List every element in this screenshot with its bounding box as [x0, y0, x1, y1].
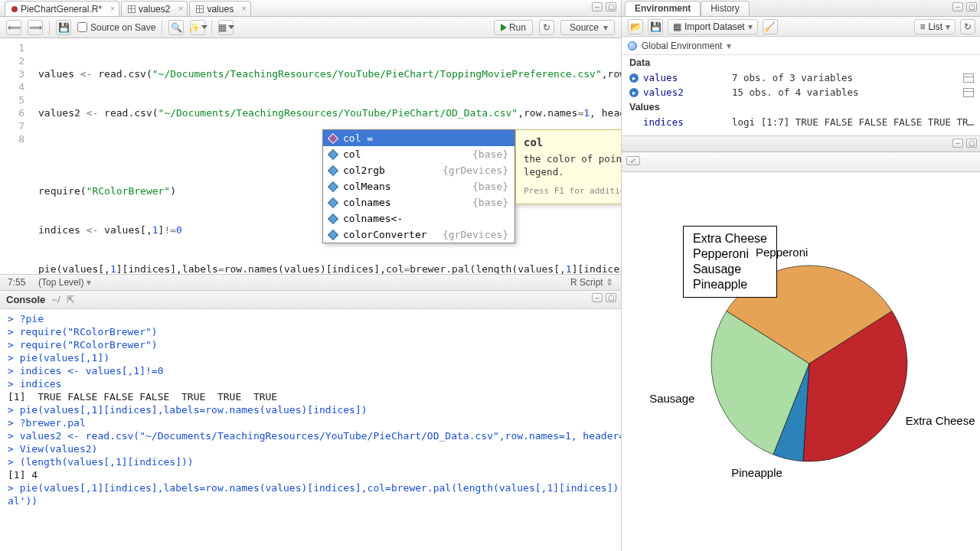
function-icon [328, 181, 338, 191]
help-title: col [524, 136, 621, 149]
run-icon [501, 24, 507, 31]
slice-label: Sausage [649, 392, 694, 405]
function-icon [328, 165, 338, 175]
console-header: Console ~/ ⇱ – ▢ [0, 291, 621, 309]
zoom-button[interactable]: ⤢ [626, 156, 640, 165]
autocomplete-item[interactable]: colMeans{base} [323, 178, 514, 194]
expand-icon[interactable]: ▸ [629, 73, 639, 83]
wand-button[interactable]: ✨ [190, 20, 205, 35]
autocomplete-item[interactable]: colnames{base} [323, 194, 514, 210]
table-icon [128, 5, 136, 13]
popout-icon[interactable]: ⇱ [67, 294, 75, 305]
source-on-save-checkbox[interactable]: Source on Save [77, 22, 155, 33]
env-scope-selector[interactable]: Global Environment ▾ [622, 37, 980, 55]
list-view-toggle[interactable]: ≡List▾ [914, 19, 956, 34]
close-icon[interactable]: × [110, 4, 115, 13]
autocomplete-help: col the color of points or lines appeari… [515, 129, 621, 204]
help-hint: Press F1 for additional help [524, 184, 621, 197]
save-env-button[interactable]: 💾 [648, 19, 663, 34]
env-row[interactable]: indices logi [1:7] TRUE FALSE FALSE FALS… [622, 115, 980, 129]
find-button[interactable]: 🔍 [168, 20, 184, 35]
autocomplete-popup[interactable]: col = col{base} col2rgb{grDevices} colMe… [322, 129, 515, 243]
plots-toolbar: ⤢ [622, 152, 980, 172]
close-icon[interactable]: × [178, 4, 183, 13]
plots-tabstrip: –▢ [622, 135, 980, 152]
rerun-button[interactable]: ↻ [539, 20, 554, 35]
view-table-icon[interactable] [963, 88, 974, 97]
scope-indicator[interactable]: (Top Level) [38, 277, 83, 288]
param-icon [328, 132, 338, 143]
environment-panel: Data ▸ values 7 obs. of 3 variables ▸ va… [622, 55, 980, 129]
maximize-pane-icon[interactable]: ▢ [606, 293, 616, 302]
plot-legend: Extra Cheese Pepperoni Sausage Pineapple [683, 226, 777, 298]
open-button[interactable]: 📂 [628, 19, 643, 34]
minimize-pane-icon[interactable]: – [952, 139, 963, 148]
tab-label: PieChartGeneral.R* [21, 4, 102, 15]
autocomplete-item[interactable]: colnames<- [323, 210, 514, 227]
editor-toolbar: ⟸ ⟹ 💾 Source on Save 🔍 ✨ ▦ Run ↻ Source [0, 17, 621, 38]
tab-piechart-script[interactable]: PieChartGeneral.R* × [5, 1, 119, 16]
maximize-pane-icon[interactable]: ▢ [966, 2, 977, 11]
env-toolbar: 📂 💾 ▦ Import Dataset ▾ 🧹 ≡List▾ ↻ [622, 17, 980, 37]
console-title: Console [6, 294, 45, 305]
function-icon [328, 229, 338, 240]
env-tabstrip: Environment History –▢ [622, 0, 980, 17]
minimize-pane-icon[interactable]: – [952, 2, 963, 11]
globe-icon [628, 41, 637, 51]
maximize-pane-icon[interactable]: ▢ [966, 139, 977, 148]
function-icon [328, 197, 338, 207]
close-icon[interactable]: × [242, 4, 247, 13]
autocomplete-item[interactable]: col2rgb{grDevices} [323, 162, 514, 178]
console-output[interactable]: > ?pie > require("RColorBrewer") > requi… [0, 309, 621, 551]
autocomplete-item[interactable]: col = [323, 130, 514, 146]
autocomplete-item[interactable]: colorConverter{grDevices} [323, 227, 514, 243]
run-button[interactable]: Run [494, 20, 533, 35]
minimize-pane-icon[interactable]: – [592, 2, 603, 11]
editor-statusbar: 7:55 (Top Level) ▾ R Script ⇕ [0, 274, 621, 291]
tab-history[interactable]: History [701, 1, 749, 16]
env-row[interactable]: ▸ values 7 obs. of 3 variables [622, 70, 980, 85]
source-button[interactable]: Source ▾ [560, 20, 615, 35]
function-icon [328, 148, 338, 159]
refresh-button[interactable]: ↻ [960, 19, 975, 34]
import-icon: ▦ [673, 21, 681, 32]
function-icon [328, 213, 338, 223]
line-gutter: 12345678 [0, 38, 31, 145]
slice-label: Extra Cheese [906, 414, 975, 427]
import-dataset-button[interactable]: ▦ Import Dataset ▾ [668, 19, 758, 34]
tab-values[interactable]: values × [189, 1, 251, 16]
forward-button[interactable]: ⟹ [28, 20, 43, 35]
clear-env-button[interactable]: 🧹 [763, 19, 778, 34]
slice-label: Pepperoni [756, 246, 808, 259]
table-icon [196, 5, 204, 13]
notebook-button[interactable]: ▦ [218, 20, 234, 35]
r-script-icon [11, 6, 18, 12]
env-section-data: Data [622, 55, 980, 70]
back-button[interactable]: ⟸ [6, 20, 21, 35]
code-editor[interactable]: 12345678 values <- read.csv("~/Documents… [0, 38, 621, 274]
cursor-position: 7:55 [8, 277, 25, 288]
env-section-values: Values [622, 99, 980, 115]
pie-chart [622, 172, 980, 540]
tab-environment[interactable]: Environment [625, 1, 701, 16]
minimize-pane-icon[interactable]: – [592, 293, 603, 302]
save-button[interactable]: 💾 [56, 20, 71, 35]
console-cwd: ~/ [51, 294, 60, 305]
plot-canvas: Extra Cheese Pepperoni Sausage Pineapple… [622, 172, 980, 551]
expand-icon[interactable]: ▸ [629, 88, 639, 97]
tab-label: values2 [139, 4, 170, 15]
autocomplete-item[interactable]: col{base} [323, 146, 514, 162]
tab-values2[interactable]: values2 × [121, 1, 188, 16]
editor-tabstrip: PieChartGeneral.R* × values2 × values × … [0, 0, 621, 17]
language-indicator[interactable]: R Script [570, 277, 603, 288]
view-table-icon[interactable] [963, 73, 974, 83]
slice-label: Pineapple [731, 466, 782, 479]
help-body: the color of points or lines appearing i… [524, 152, 621, 178]
tab-label: values [207, 4, 234, 15]
env-row[interactable]: ▸ values2 15 obs. of 4 variables [622, 85, 980, 99]
maximize-pane-icon[interactable]: ▢ [606, 2, 616, 11]
